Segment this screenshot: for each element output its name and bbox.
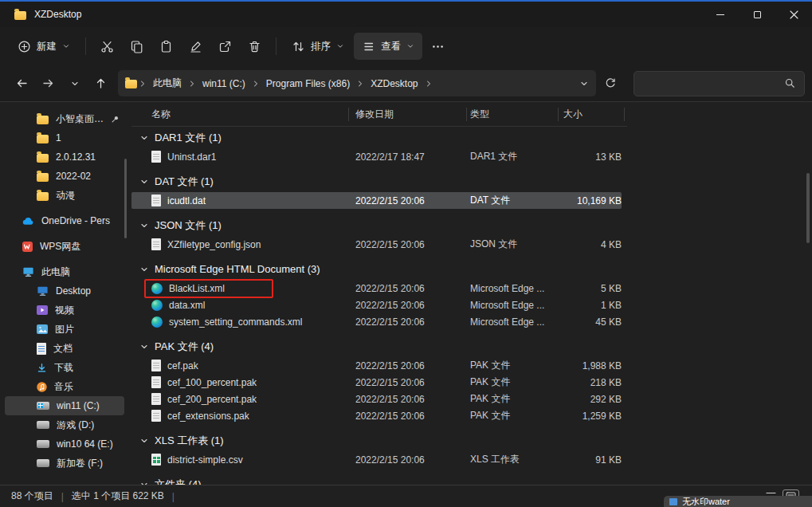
file-name: system_setting_commands.xml: [169, 316, 302, 328]
chevron-down-icon: [139, 480, 149, 485]
sidebar-item-videos[interactable]: 视频: [5, 301, 124, 320]
copy-button[interactable]: [123, 33, 151, 60]
rename-button[interactable]: [182, 33, 210, 60]
forward-button[interactable]: [36, 71, 61, 96]
column-header-name[interactable]: 名称: [131, 108, 355, 121]
group-header[interactable]: PAK 文件 (4): [131, 336, 812, 357]
item-count: 88 个项目: [11, 489, 53, 503]
column-separator[interactable]: [558, 108, 559, 121]
sidebar-item-2-0-12-31[interactable]: 2.0.12.31: [5, 147, 124, 167]
folder-icon: [37, 192, 49, 201]
selection-summary: 选中 1 个项目 622 KB: [72, 489, 164, 503]
more-button[interactable]: [424, 33, 452, 60]
file-row[interactable]: system_setting_commands.xml 2022/2/15 20…: [131, 313, 622, 330]
refresh-button[interactable]: [598, 71, 622, 96]
breadcrumb-program-files-x86[interactable]: Program Files (x86): [261, 76, 355, 92]
sidebar-item-music[interactable]: 音乐: [5, 377, 124, 396]
file-name: cef.pak: [167, 360, 198, 371]
group-header[interactable]: XLS 工作表 (1): [131, 430, 812, 451]
sidebar-item-new-volume-f[interactable]: 新加卷 (F:): [5, 454, 124, 473]
recent-locations-button[interactable]: [62, 71, 87, 96]
breadcrumb-this-pc[interactable]: 此电脑: [148, 74, 186, 92]
file-date: 2022/2/15 20:06: [355, 300, 470, 311]
file-row-annotated[interactable]: BlackList.xml 2022/2/15 20:06 Microsoft …: [131, 280, 622, 297]
file-row[interactable]: data.xml 2022/2/15 20:06 Microsoft Edge …: [131, 297, 622, 313]
group-header[interactable]: DAR1 文件 (1): [131, 127, 812, 148]
sidebar-scrollbar-thumb[interactable]: [124, 159, 127, 238]
rename-icon: [189, 40, 202, 53]
file-date: 2022/2/15 20:06: [355, 360, 470, 371]
sidebar-item-onedrive[interactable]: OneDrive - Pers: [5, 211, 124, 230]
column-separator[interactable]: [466, 108, 467, 121]
sidebar-item-xiaozhi-folder[interactable]: 小智桌面安装: [5, 109, 124, 128]
close-button[interactable]: [775, 2, 812, 27]
chevron-right-icon: [424, 79, 433, 88]
file-size: 1 KB: [562, 300, 622, 311]
maximize-button[interactable]: [739, 2, 775, 27]
group-header[interactable]: 文件夹 (4): [131, 474, 812, 485]
file-type: DAR1 文件: [470, 150, 562, 163]
breadcrumb-xzdesktop[interactable]: XZDesktop: [366, 76, 422, 92]
file-row[interactable]: cef_extensions.pak 2022/2/15 20:06 PAK 文…: [131, 407, 622, 424]
sidebar-item-downloads[interactable]: 下载: [5, 358, 124, 377]
file-row[interactable]: Uninst.dar1 2022/2/17 18:47 DAR1 文件 13 K…: [131, 148, 622, 165]
column-header-size[interactable]: 大小: [562, 108, 622, 121]
desktop-icon: [37, 285, 49, 297]
videos-icon: [37, 305, 48, 315]
file-size: 5 KB: [562, 283, 622, 294]
sidebar-item-win10-e[interactable]: win10 64 (E:): [5, 434, 124, 454]
sidebar-item-dongman[interactable]: 动漫: [5, 186, 124, 205]
file-row-selected[interactable]: icudtl.dat 2022/2/15 20:06 DAT 文件 10,169…: [131, 192, 622, 209]
column-separator[interactable]: [348, 108, 349, 121]
breadcrumb-win11-c[interactable]: win11 (C:): [198, 76, 250, 92]
sidebar-item-1[interactable]: 1: [5, 128, 124, 147]
sidebar-item-games-d[interactable]: 游戏 (D:): [5, 415, 124, 434]
sort-button-label: 排序: [311, 40, 331, 53]
annotation-highlight-box: BlackList.xml: [144, 279, 273, 298]
close-icon: [790, 10, 798, 19]
group-header[interactable]: Microsoft Edge HTML Document (3): [131, 258, 812, 280]
group-header[interactable]: JSON 文件 (1): [131, 214, 812, 236]
sort-button[interactable]: 排序: [284, 33, 352, 60]
arrow-right-icon: [41, 77, 55, 90]
search-icon: [784, 77, 796, 89]
new-button[interactable]: 新建: [10, 33, 78, 60]
view-button[interactable]: 查看: [354, 33, 422, 60]
watermark-text: 无水印water: [682, 496, 730, 507]
file-size: 1,259 KB: [562, 411, 622, 422]
column-header-type[interactable]: 类型: [470, 108, 562, 121]
file-list-scrollbar-thumb[interactable]: [806, 173, 810, 243]
address-dropdown-button[interactable]: [579, 79, 589, 88]
folder-icon: [37, 173, 49, 182]
file-date: 2022/2/15 20:06: [355, 239, 470, 250]
file-type: Microsoft Edge ...: [470, 316, 562, 328]
file-row[interactable]: cef.pak 2022/2/15 20:06 PAK 文件 1,988 KB: [131, 357, 622, 374]
file-row[interactable]: XZfiletype_config.json 2022/2/15 20:06 J…: [131, 236, 622, 253]
delete-button[interactable]: [241, 33, 269, 60]
column-header-date[interactable]: 修改日期: [355, 108, 470, 121]
file-row[interactable]: cef_200_percent.pak 2022/2/15 20:06 PAK …: [131, 391, 622, 407]
file-row[interactable]: cef_100_percent.pak 2022/2/15 20:06 PAK …: [131, 374, 622, 391]
group-header[interactable]: DAT 文件 (1): [131, 171, 812, 192]
file-row[interactable]: district-simple.csv 2022/2/15 20:06 XLS …: [131, 451, 622, 468]
drive-icon: [37, 421, 49, 429]
cut-button[interactable]: [93, 33, 121, 60]
trash-icon: [248, 40, 261, 53]
sidebar-item-documents[interactable]: 文档: [5, 339, 124, 358]
file-icon: [151, 410, 161, 422]
sidebar-item-2022-02[interactable]: 2022-02: [5, 167, 124, 186]
sidebar-item-wps-cloud[interactable]: WPS网盘: [5, 237, 124, 256]
search-input[interactable]: [634, 71, 805, 96]
minimize-button[interactable]: [702, 2, 739, 27]
share-button[interactable]: [211, 33, 239, 60]
sidebar-item-desktop[interactable]: Desktop: [5, 281, 124, 301]
paste-button[interactable]: [152, 33, 180, 60]
column-separator[interactable]: [624, 108, 625, 121]
file-name: district-simple.csv: [167, 454, 243, 466]
sidebar-item-pictures[interactable]: 图片: [5, 320, 124, 339]
chevron-down-icon: [139, 436, 149, 446]
up-button[interactable]: [88, 71, 113, 96]
sidebar-item-this-pc[interactable]: 此电脑: [5, 262, 124, 281]
sidebar-item-win11-c[interactable]: win11 (C:): [5, 396, 124, 415]
back-button[interactable]: [10, 71, 34, 96]
